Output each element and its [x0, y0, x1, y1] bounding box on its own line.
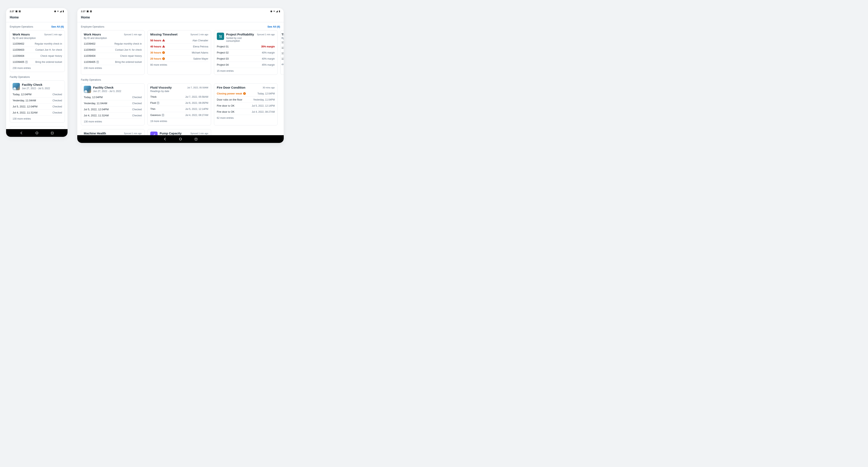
list-row[interactable]: Jul 4, 2022, 11:32AMChecked — [84, 112, 142, 119]
list-row[interactable]: 11039405Bring the ordered toolset — [84, 59, 142, 65]
list-row[interactable]: Project 0445% margin — [217, 62, 275, 68]
calendar-icon: ▥ — [90, 10, 92, 12]
section-title-facility: Facility Operations — [10, 76, 30, 78]
status-bar: 2:27▦▥ ◉▾◢▮ — [6, 8, 67, 13]
list-row[interactable]: Today, 12:04PMChecked — [84, 94, 142, 100]
work-hours-card[interactable]: Work HoursBy ID and descriptionSynced 1 … — [10, 30, 65, 72]
list-row[interactable]: Yesterday, 11:04AMChecked — [84, 100, 142, 106]
facility-check-card[interactable]: Facility CheckJun 27, 2022 - Jul 3, 2022… — [81, 83, 145, 126]
more-entries[interactable]: 230 more entries — [12, 65, 62, 69]
list-row[interactable]: ThickJul 7, 2022, 05:58AM — [150, 94, 208, 100]
svg-point-0 — [36, 132, 38, 134]
project-profitability-card[interactable]: Project ProfitabilitySorted by cost cons… — [214, 30, 278, 75]
list-row[interactable]: Jul 5, 2022, 12:04PMChecked — [12, 104, 62, 110]
list-row[interactable]: Fire door is OKJul 5, 2022, 12:14PM — [217, 103, 275, 109]
list-row[interactable]: 20 hours!Sabine Mayer — [150, 56, 208, 62]
fluid-viscosity-card[interactable]: Fluid ViscosityReadings by dateJul 7, 20… — [148, 83, 211, 126]
work-hours-card[interactable]: Work HoursBy ID and descriptionSynced 1 … — [81, 30, 145, 75]
alert-warn-icon: ! — [243, 92, 246, 95]
more-entries[interactable]: 19 more entries — [150, 118, 208, 123]
list-row[interactable]: Closing power weak!Today, 12:04PM — [217, 91, 275, 97]
facility-check-card[interactable]: Facility CheckJun 27, 2022 - Jul 3, 2022… — [10, 80, 65, 123]
more-entries[interactable]: 130 more entries — [12, 116, 62, 120]
list-row[interactable]: 11039404Check repair history — [84, 53, 142, 59]
more-entries[interactable]: 15 more entries — [217, 68, 275, 72]
svg-point-4 — [155, 134, 155, 134]
battery-icon: ▮ — [279, 10, 280, 12]
list-row[interactable]: 11039405Bring the ordered toolset — [12, 59, 62, 65]
alert-critical-icon: ! — [162, 39, 165, 42]
pump-capacity-card[interactable]: Pump CapacityReadings for Pump C201Synce… — [148, 129, 211, 135]
image-icon: ▦ — [16, 10, 18, 12]
fire-door-card[interactable]: Fire Door Condition30 mins ago Closing p… — [214, 83, 278, 126]
home-button[interactable] — [179, 137, 182, 141]
recent-apps-button[interactable] — [194, 137, 197, 141]
list-row[interactable]: 50 hours!Alan Chevalier — [150, 37, 208, 43]
fluid-viscosity-card-peek[interactable]: Fluid ViscosityJul 7, 2022, 05:58AM — [10, 126, 65, 129]
signal-icon: ◢ — [276, 10, 278, 12]
list-row[interactable]: 11039403Contact Joe H. for check — [12, 47, 62, 53]
card-peek[interactable]: Ti By 11 11 11 11 44 — [280, 30, 284, 75]
list-row[interactable]: Fire door is OKJul 4, 2022, 08:27AM — [217, 109, 275, 115]
wifi-icon: ▾ — [57, 10, 59, 12]
back-button[interactable] — [20, 131, 23, 135]
employee-cards-scroll[interactable]: Work HoursBy ID and descriptionSynced 1 … — [81, 30, 284, 76]
more-entries[interactable]: 80 more entries — [150, 62, 208, 66]
calendar-icon: ▥ — [19, 10, 21, 12]
android-nav-bar — [77, 135, 284, 143]
list-row[interactable]: Yesterday, 11:04AMChecked — [12, 98, 62, 104]
card-subtitle: Jun 27, 2022 - Jul 3, 2022 — [22, 87, 62, 90]
list-row[interactable]: 11039402Regular monthly check in — [84, 41, 142, 47]
note-icon — [96, 61, 99, 63]
section-title-facility: Facility Operations — [81, 78, 101, 81]
svg-rect-6 — [195, 138, 197, 140]
svg-rect-1 — [51, 132, 53, 134]
see-all-link[interactable]: See All (6) — [51, 25, 64, 28]
list-row[interactable]: ThinJul 5, 2022, 12:14PM — [150, 106, 208, 112]
list-row[interactable]: Project 0340% margin — [217, 56, 275, 62]
employee-cards-scroll[interactable]: Work HoursBy ID and descriptionSynced 1 … — [10, 30, 67, 73]
list-row[interactable]: 11039402Regular monthly check in — [12, 41, 62, 47]
list-row[interactable]: 40 hours!Elena Petrova — [150, 43, 208, 49]
card-sync: Synced 1 min ago — [44, 33, 62, 36]
phone-frame: 2:27▦▥ ◉▾◢▮ Home Employee OperationsSee … — [6, 8, 67, 137]
facility-cards-scroll[interactable]: Facility CheckJun 27, 2022 - Jul 3, 2022… — [10, 80, 67, 124]
recent-apps-button[interactable] — [51, 131, 54, 135]
more-entries[interactable]: 130 more entries — [84, 119, 142, 123]
svg-point-3 — [221, 37, 221, 38]
list-row[interactable]: 30 hours!Michael Adams — [150, 49, 208, 56]
list-row[interactable]: Project 0240% margin — [217, 49, 275, 56]
page-title: Home — [10, 15, 64, 19]
missing-timesheet-card[interactable]: Missing TimesheetSynced 1 min ago 50 hou… — [148, 30, 211, 75]
app-header: Home — [6, 13, 67, 22]
svg-point-2 — [220, 37, 220, 38]
list-row[interactable]: 11039404Check repair history — [12, 53, 62, 59]
alert-warn-icon: ! — [162, 51, 165, 54]
see-all-link[interactable]: See All (6) — [268, 25, 280, 28]
cart-icon — [217, 33, 224, 40]
card-subtitle: By ID and description — [12, 37, 42, 39]
list-row[interactable]: GaseousJul 4, 2022, 08:27AM — [150, 112, 208, 118]
list-row[interactable]: Today, 12:04PMChecked — [12, 92, 62, 98]
home-button[interactable] — [35, 131, 38, 135]
list-row[interactable]: Project 0135% margin — [217, 43, 275, 49]
list-row[interactable]: FluidJul 6, 2022, 06:05PM — [150, 100, 208, 106]
card-title: Facility Check — [22, 83, 62, 87]
more-entries[interactable]: 62 more entries — [217, 115, 275, 120]
section-title-employee: Employee Operations — [81, 25, 104, 28]
card-title: Missing Timesheet — [150, 33, 188, 36]
svg-point-5 — [180, 138, 182, 140]
status-bar: 2:27▦▥ ◉▾◢▮ — [77, 8, 284, 13]
more-entries[interactable]: 230 more entries — [84, 65, 142, 69]
facility-cards-scroll[interactable]: Facility CheckJun 27, 2022 - Jul 3, 2022… — [81, 83, 284, 126]
eye-icon: ◉ — [270, 10, 272, 12]
back-button[interactable] — [163, 137, 167, 141]
list-row[interactable]: Jul 4, 2022, 11:32AMChecked — [12, 110, 62, 116]
facility-cards-scroll-2[interactable]: Machine Health MonitoringDaily machine s… — [81, 129, 284, 135]
alert-warn-icon: ! — [162, 57, 165, 60]
list-row[interactable]: 11039403Contact Joe H. for check — [84, 47, 142, 53]
section-title-employee: Employee Operations — [10, 25, 33, 28]
list-row[interactable]: Door rubs on the floorYesterday, 11:04PM — [217, 97, 275, 103]
list-row[interactable]: Jul 5, 2022, 12:04PMChecked — [84, 106, 142, 112]
machine-health-card[interactable]: Machine Health MonitoringDaily machine s… — [81, 129, 145, 135]
